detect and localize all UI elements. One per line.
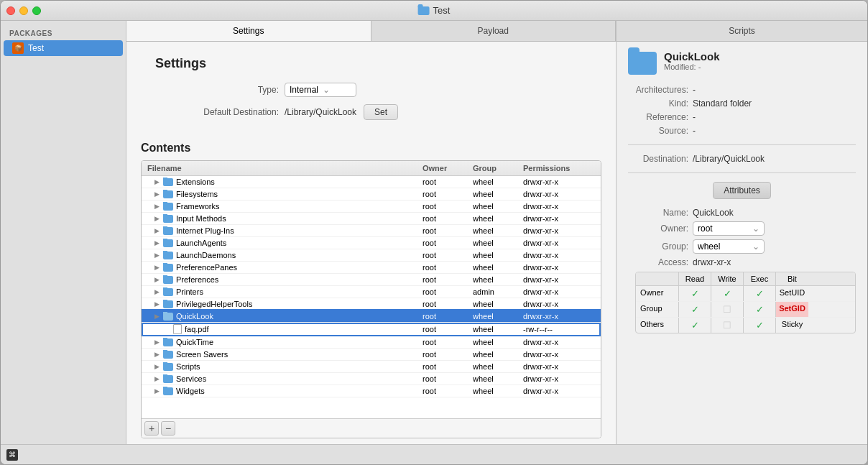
file-perms: drwxr-xr-x — [523, 387, 595, 395]
table-row[interactable]: ▶ LaunchDaemons root wheel drwxr-xr-x — [142, 249, 601, 262]
file-name: Input Methods — [176, 214, 226, 223]
file-name: faq.pdf — [185, 325, 209, 333]
table-row[interactable]: ▶ Extensions root wheel drwxr-xr-x — [142, 176, 601, 188]
kind-label: Kind: — [628, 98, 693, 109]
table-row[interactable]: ▶ Services root wheel drwxr-xr-x — [142, 373, 601, 385]
table-row[interactable]: ▶ Internet Plug-Ins root wheel drwxr-xr-… — [142, 225, 601, 237]
remove-item-button[interactable]: − — [161, 421, 175, 436]
table-row[interactable]: ▶ QuickLook root wheel drwxr-xr-x — [142, 310, 601, 323]
file-name-cell: faq.pdf — [147, 324, 423, 334]
file-name-cell: ▶ QuickLook — [147, 312, 423, 321]
table-row[interactable]: ▶ Widgets root wheel drwxr-xr-x — [142, 385, 601, 397]
table-row[interactable]: ▶ Printers root admin drwxr-xr-x — [142, 286, 601, 298]
sidebar-section-packages: PACKAGES — [1, 27, 126, 40]
expand-icon: ▶ — [153, 252, 160, 259]
reference-label: Reference: — [628, 112, 693, 122]
col-group: Group — [473, 164, 523, 172]
file-name-cell: ▶ Widgets — [147, 387, 423, 395]
perm-col-write: Write — [711, 272, 744, 285]
group-attr-label: Group: — [628, 241, 693, 252]
file-group: wheel — [473, 214, 523, 223]
file-name: Internet Plug-Ins — [176, 226, 234, 235]
folder-icon — [163, 227, 173, 235]
right-item-info: QuickLook Modified: - — [664, 50, 720, 71]
source-value: - — [693, 126, 696, 136]
table-row[interactable]: ▶ Scripts root wheel drwxr-xr-x — [142, 361, 601, 373]
file-group: wheel — [473, 202, 523, 211]
file-group: admin — [473, 287, 523, 296]
perm-col-exec: Exec — [744, 272, 776, 285]
sidebar-item-label: Test — [28, 43, 44, 53]
permissions-table: Read Write Exec Bit Owner ✓ ✓ ✓ SetUID G… — [635, 272, 856, 333]
table-row[interactable]: ▶ Filesystems root wheel drwxr-xr-x — [142, 188, 601, 201]
file-owner: root — [423, 338, 473, 346]
table-row[interactable]: ▶ PrivilegedHelperTools root wheel drwxr… — [142, 298, 601, 310]
right-folder-icon — [628, 52, 657, 75]
table-row[interactable]: ▶ PreferencePanes root wheel drwxr-xr-x — [142, 262, 601, 274]
perm-col-read: Read — [679, 272, 711, 285]
owner-select[interactable]: root ⌄ — [693, 221, 765, 236]
folder-icon — [163, 239, 173, 247]
table-row[interactable]: ▶ QuickTime root wheel drwxr-xr-x — [142, 336, 601, 349]
group-select[interactable]: wheel ⌄ — [693, 239, 765, 254]
file-perms: drwxr-xr-x — [523, 338, 595, 346]
right-panel-header: QuickLook Modified: - — [628, 50, 856, 75]
chevron-down-icon: ⌄ — [323, 85, 330, 95]
file-table: Filename Owner Group Permissions ▶ Exten… — [141, 160, 601, 438]
tab-settings[interactable]: Settings — [126, 21, 371, 41]
file-name-cell: ▶ Frameworks — [147, 202, 423, 211]
file-perms: drwxr-xr-x — [523, 239, 595, 247]
source-row: Source: - — [628, 126, 856, 136]
attributes-button[interactable]: Attributes — [713, 182, 771, 199]
file-name-cell: ▶ PrivilegedHelperTools — [147, 300, 423, 308]
right-destination-row: Destination: /Library/QuickLook — [628, 154, 856, 164]
close-button[interactable] — [6, 6, 15, 15]
type-select[interactable]: Internal ⌄ — [285, 83, 356, 97]
destination-value: /Library/QuickLook — [285, 107, 356, 117]
table-row[interactable]: faq.pdf root wheel -rw-r--r-- — [142, 323, 601, 336]
file-perms: drwxr-xr-x — [523, 251, 595, 259]
settings-area: Settings Type: Internal ⌄ Default Destin… — [126, 42, 616, 142]
name-attr-row: Name: QuickLook — [628, 208, 856, 218]
table-footer: + − — [142, 418, 601, 438]
folder-icon — [163, 375, 173, 383]
table-row[interactable]: ▶ Frameworks root wheel drwxr-xr-x — [142, 201, 601, 213]
file-owner: root — [423, 275, 473, 284]
folder-icon — [163, 313, 173, 321]
expand-icon: ▶ — [153, 387, 160, 395]
type-label: Type: — [155, 85, 285, 95]
reference-row: Reference: - — [628, 112, 856, 122]
file-owner: root — [423, 387, 473, 395]
table-row[interactable]: ▶ Preferences root wheel drwxr-xr-x — [142, 274, 601, 286]
chevron-down-icon: ⌄ — [752, 224, 760, 234]
file-table-header: Filename Owner Group Permissions — [142, 161, 601, 176]
access-attr-label: Access: — [628, 257, 693, 267]
add-item-button[interactable]: + — [144, 421, 159, 436]
right-item-modified: Modified: - — [664, 63, 720, 71]
expand-icon: ▶ — [153, 276, 160, 283]
file-name-cell: ▶ LaunchDaemons — [147, 251, 423, 259]
set-button[interactable]: Set — [364, 104, 398, 120]
expand-icon: ▶ — [153, 300, 160, 308]
scripts-tab[interactable]: Scripts — [617, 21, 867, 42]
table-row[interactable]: ▶ Input Methods root wheel drwxr-xr-x — [142, 213, 601, 225]
owner-attr-row: Owner: root ⌄ — [628, 221, 856, 236]
table-row[interactable]: ▶ Screen Savers root wheel drwxr-xr-x — [142, 349, 601, 361]
architectures-row: Architectures: - — [628, 85, 856, 95]
package-icon: 📦 — [12, 42, 24, 54]
folder-icon — [163, 276, 173, 284]
maximize-button[interactable] — [32, 6, 41, 15]
file-owner: root — [423, 226, 473, 235]
file-group: wheel — [473, 374, 523, 383]
file-table-body[interactable]: ▶ Extensions root wheel drwxr-xr-x ▶ Fil… — [142, 176, 601, 418]
architectures-value: - — [693, 85, 696, 95]
sidebar-item-test[interactable]: 📦 Test — [4, 40, 123, 56]
table-row[interactable]: ▶ LaunchAgents root wheel drwxr-xr-x — [142, 237, 601, 249]
file-group: wheel — [473, 239, 523, 247]
right-destination-label: Destination: — [628, 154, 693, 164]
file-name-cell: ▶ Preferences — [147, 275, 423, 284]
destination-row: Default Destination: /Library/QuickLook … — [155, 104, 587, 120]
tab-payload[interactable]: Payload — [371, 21, 617, 41]
folder-icon — [163, 300, 173, 308]
minimize-button[interactable] — [19, 6, 28, 15]
